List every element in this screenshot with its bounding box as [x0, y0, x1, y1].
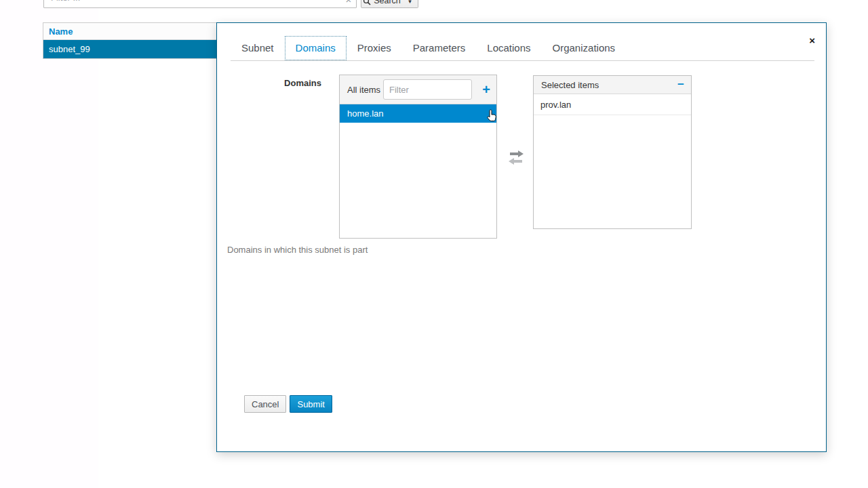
- tab-organizations[interactable]: Organizations: [542, 36, 627, 60]
- modal-tab-bar: Subnet Domains Proxies Parameters Locati…: [231, 36, 814, 61]
- domains-field-label: Domains: [217, 78, 321, 88]
- remove-all-icon[interactable]: −: [677, 76, 684, 93]
- available-items-panel: All items + home.lan: [339, 75, 497, 239]
- search-input[interactable]: [43, 0, 357, 8]
- selected-items-title: Selected items: [541, 76, 599, 94]
- clear-filter-icon[interactable]: ×: [343, 0, 354, 7]
- add-all-icon[interactable]: +: [482, 80, 490, 99]
- available-items-header: All items +: [340, 75, 496, 104]
- transfer-arrows-icon: [507, 150, 525, 165]
- edit-subnet-modal: × Subnet Domains Proxies Parameters Loca…: [216, 22, 827, 452]
- tab-proxies[interactable]: Proxies: [347, 36, 402, 60]
- selected-items-panel: Selected items − prov.lan: [533, 75, 692, 229]
- field-help-text: Domains in which this subnet is part: [227, 245, 368, 255]
- search-button[interactable]: Search: [361, 0, 403, 8]
- modal-actions: Cancel Submit: [244, 395, 332, 413]
- submit-button[interactable]: Submit: [290, 395, 332, 413]
- page-background-strip: [0, 0, 98, 488]
- cancel-button[interactable]: Cancel: [244, 395, 286, 413]
- search-options-button[interactable]: ▾: [402, 0, 418, 8]
- tab-parameters[interactable]: Parameters: [402, 36, 477, 60]
- available-items-filter-input[interactable]: [383, 79, 472, 100]
- list-item[interactable]: prov.lan: [534, 94, 691, 115]
- caret-down-icon: ▾: [408, 0, 412, 5]
- tab-subnet[interactable]: Subnet: [231, 36, 285, 60]
- tab-locations[interactable]: Locations: [476, 36, 541, 60]
- tab-domains[interactable]: Domains: [285, 36, 347, 60]
- available-items-title: All items: [347, 75, 380, 104]
- list-item[interactable]: home.lan: [340, 104, 496, 123]
- search-button-label: Search: [374, 0, 401, 5]
- search-icon: [363, 0, 371, 5]
- selected-items-header: Selected items −: [534, 76, 691, 94]
